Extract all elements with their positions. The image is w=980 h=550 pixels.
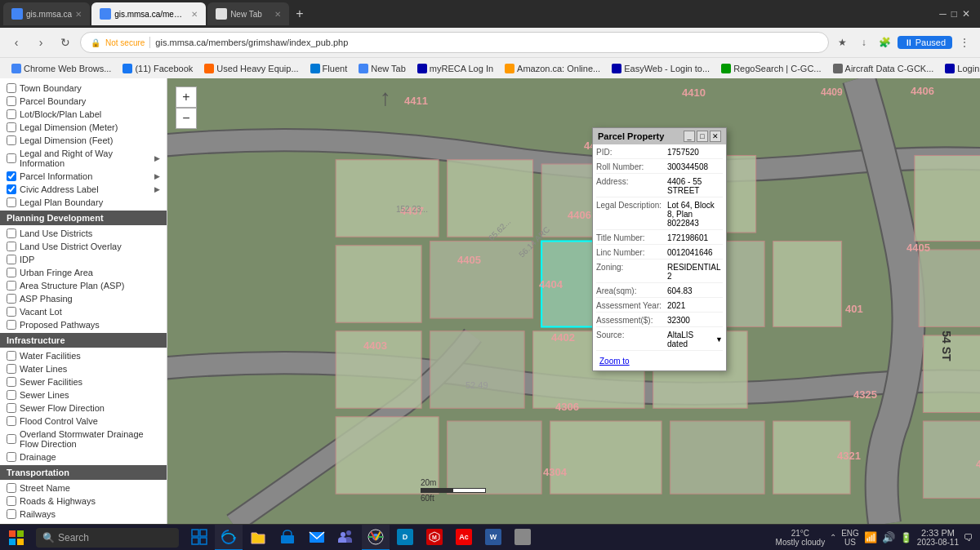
sidebar-item-urban-fringe[interactable]: Urban Fringe Area [0,266,167,279]
zoom-out-button[interactable]: − [176,108,197,129]
bookmark-amazon[interactable]: Amazon.ca: Online... [500,62,605,75]
sidebar-item-asp-phasing[interactable]: ASP Phasing [0,292,167,305]
bookmark-easyweb[interactable]: EasyWeb - Login to... [607,62,715,75]
checkbox-sewer-facilities[interactable] [7,377,16,387]
map-area[interactable]: + − ↑ 4410 4411 4409 4406 4408 4407 4406… [167,78,980,524]
taskbar-file-explorer[interactable] [244,525,272,551]
bookmark-chrome[interactable]: Chrome Web Brows... [7,62,116,75]
bookmark-facebook[interactable]: (11) Facebook [118,62,198,75]
checkbox-town-boundary[interactable] [7,83,16,93]
network-icon[interactable]: 📶 [864,531,877,543]
sidebar-item-sewer-lines[interactable]: Sewer Lines [0,388,167,401]
dialog-maximize-btn[interactable]: □ [697,131,708,142]
checkbox-street-name[interactable] [7,483,16,493]
taskbar-acrobat[interactable]: Ac [450,525,478,551]
dialog-minimize-btn[interactable]: _ [684,131,695,142]
download-btn[interactable]: ↓ [855,33,873,51]
checkbox-railways[interactable] [7,509,16,519]
zoom-to-link[interactable]: Zoom to [596,355,633,367]
browser-tab-2[interactable]: gis.mmsa.ca/members ✕ [91,2,206,25]
notification-icon[interactable]: 🗨 [964,532,973,543]
bookmark-aircraft[interactable]: Aircraft Data C-GCK... [828,62,939,75]
checkbox-land-use-districts[interactable] [7,228,16,238]
sidebar-item-legal-dim-meter[interactable]: Legal Dimension (Meter) [0,121,167,134]
weather-widget[interactable]: 21°C Mostly cloudy [776,529,826,547]
checkbox-land-use-overlay[interactable] [7,242,16,251]
back-button[interactable]: ‹ [7,33,26,52]
checkbox-flood-control[interactable] [7,416,16,426]
checkbox-sewer-lines[interactable] [7,390,16,400]
checkbox-sewer-flow[interactable] [7,403,16,413]
maximize-btn[interactable]: □ [951,8,957,20]
sidebar-item-idp[interactable]: IDP [0,253,167,266]
sidebar-item-land-use-overlay[interactable]: Land Use District Overlay [0,240,167,253]
bookmark-reca[interactable]: myRECA Log In [412,62,498,75]
taskbar-mcafee[interactable]: M [421,525,448,551]
tab-close-3[interactable]: ✕ [274,10,281,19]
bookmark-fluent[interactable]: Fluent [305,62,353,75]
system-tray-chevron[interactable]: ⌃ [830,533,836,542]
new-tab-button[interactable]: + [291,7,308,21]
taskbar-task-view[interactable] [185,525,213,551]
checkbox-legal-plan[interactable] [7,197,16,207]
menu-btn[interactable]: ⋮ [956,33,973,51]
bookmark-newtab[interactable]: New Tab [354,62,411,75]
checkbox-parcel-info[interactable] [7,171,16,181]
sidebar-item-asp[interactable]: Area Structure Plan (ASP) [0,279,167,292]
bookmark-btn[interactable]: ★ [834,33,852,51]
sidebar-item-town-boundary[interactable]: Town Boundary [0,82,167,95]
sidebar-item-legal-plan[interactable]: Legal Plan Boundary [0,196,167,209]
taskbar-word[interactable]: W [479,525,507,551]
bookmark-equipment[interactable]: Used Heavy Equip... [199,62,303,75]
sidebar-item-railways[interactable]: Railways [0,508,167,521]
taskbar-clock[interactable]: 2:33 PM 2023-08-11 [917,528,959,547]
checkbox-water-lines[interactable] [7,364,16,374]
checkbox-legal-dim-meter[interactable] [7,122,16,132]
checkbox-urban-fringe[interactable] [7,268,16,277]
checkbox-water-facilities[interactable] [7,351,16,361]
checkbox-drainage[interactable] [7,452,16,462]
sidebar-item-parcel-boundary[interactable]: Parcel Boundary [0,95,167,108]
sidebar-item-roads-highways[interactable]: Roads & Highways [0,495,167,508]
reload-button[interactable]: ↻ [56,33,75,52]
taskbar-chrome[interactable] [362,525,390,551]
tab-close-1[interactable]: ✕ [75,10,82,19]
sidebar-item-proposed-pathways[interactable]: Proposed Pathways [0,318,167,331]
taskbar-dell[interactable]: D [391,525,419,551]
taskbar-store[interactable] [274,525,301,551]
forward-button[interactable]: › [31,33,51,52]
checkbox-roads-highways[interactable] [7,496,16,506]
browser-tab-1[interactable]: gis.mmsa.ca ✕ [3,2,90,25]
checkbox-asp[interactable] [7,281,16,291]
sidebar-item-flood-control[interactable]: Flood Control Valve [0,415,167,428]
sidebar-item-civic-address[interactable]: Civic Address Label ▶ [0,183,167,196]
taskbar-edge[interactable] [215,525,243,551]
taskbar-teams[interactable] [332,525,360,551]
checkbox-parcel-boundary[interactable] [7,96,16,106]
start-button[interactable] [0,525,33,551]
sidebar-item-sewer-facilities[interactable]: Sewer Facilities [0,375,167,388]
zoom-in-button[interactable]: + [176,86,197,108]
checkbox-proposed-pathways[interactable] [7,320,16,330]
sidebar-item-sewer-flow[interactable]: Sewer Flow Direction [0,401,167,415]
checkbox-vacant-lot[interactable] [7,307,16,317]
dialog-close-btn[interactable]: ✕ [710,131,721,142]
sidebar-item-drainage[interactable]: Drainage [0,450,167,464]
sidebar-item-overland-stormwater[interactable]: Overland Stormwater Drainage Flow Direct… [0,428,167,450]
source-dropdown-icon[interactable]: ▼ [715,335,723,344]
sidebar-item-legal-dim-feet[interactable]: Legal Dimension (Feet) [0,134,167,147]
checkbox-asp-phasing[interactable] [7,294,16,304]
extensions-btn[interactable]: 🧩 [876,33,894,51]
checkbox-overland-stormwater[interactable] [7,434,16,444]
volume-icon[interactable]: 🔊 [882,531,895,543]
address-bar[interactable]: 🔒 Not secure gis.mmsa.ca/members/grimsha… [80,32,829,53]
checkbox-legal-dim-feet[interactable] [7,135,16,145]
sidebar-item-legal-row[interactable]: Legal and Right of Way Information ▶ [0,147,167,170]
browser-tab-3[interactable]: New Tab ✕ [207,2,289,25]
sidebar-item-street-name[interactable]: Street Name [0,481,167,495]
sidebar-item-water-lines[interactable]: Water Lines [0,362,167,375]
close-btn[interactable]: ✕ [962,8,970,20]
tab-close-2[interactable]: ✕ [191,10,198,19]
bookmark-rego[interactable]: RegoSearch | C-GC... [716,62,826,75]
dialog-titlebar[interactable]: Parcel Property _ □ ✕ [593,128,726,144]
